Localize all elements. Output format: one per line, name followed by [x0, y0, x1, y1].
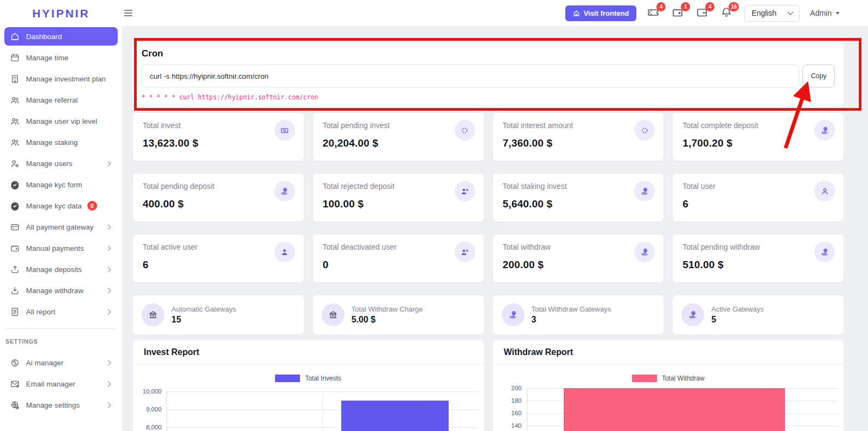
notification-bell-button[interactable]: 16 [720, 6, 734, 20]
stat-card-total-withdraw: Total withdraw200.00 $ [493, 234, 664, 282]
sidebar-item-manage-deposits[interactable]: Manage deposits [4, 260, 118, 278]
withdraw-wallet-icon-button[interactable]: 4 [695, 6, 710, 20]
stat-value: 6 [682, 198, 834, 210]
gateway-value: 15 [171, 315, 236, 325]
sidebar-item-all-payment-gateway[interactable]: All payment gateway [4, 218, 118, 236]
y-axis-tick-label: 160 [511, 410, 521, 416]
stat-value: 400.00 $ [143, 198, 294, 210]
stat-card-total-pending-withdraw: Total pending withdraw510.00 $ [673, 234, 844, 282]
language-select[interactable]: English [744, 5, 800, 22]
sidebar-item-label: All report [26, 308, 55, 316]
stat-value: 510.00 $ [682, 259, 834, 271]
total-invests-bar [341, 401, 449, 431]
chevron-right-icon [106, 309, 111, 314]
stat-label: Total active user [143, 243, 294, 251]
y-axis-tick-label: 180 [511, 397, 521, 404]
main-content: Cron Copy * * * * * curl https://hyipnir… [122, 26, 868, 431]
notification-badge: 16 [729, 2, 739, 11]
chevron-right-icon [106, 402, 111, 408]
y-axis-tick-label: 200 [511, 385, 521, 391]
stat-card-total-interest-amount: Total interest amount7,360.00 $ [493, 113, 664, 161]
hamburger-menu-icon[interactable] [124, 8, 132, 18]
stat-label: Total invest [143, 121, 294, 130]
withdraw-badge: 4 [705, 2, 714, 11]
y-axis-tick-label: 9,000 [146, 406, 162, 413]
gateway-card-active-gateways: Active Gateways5 [673, 295, 844, 334]
brand-logo[interactable]: HYIPNIR [4, 0, 118, 27]
brain-icon [10, 358, 20, 368]
gateway-label: Total Withdraw Gateways [532, 305, 611, 313]
y-axis-line [167, 391, 167, 431]
sidebar-item-manual-payments[interactable]: Manual payments [4, 239, 118, 257]
sidebar-menu: DashboardManage timeManage investment pl… [4, 27, 118, 321]
visit-frontend-label: Visit frontend [584, 9, 629, 17]
sidebar-item-manage-staking[interactable]: Manage staking [4, 133, 118, 151]
users-icon [10, 95, 20, 105]
users-icon [10, 137, 20, 148]
sidebar-item-manage-investment-plan[interactable]: Manage investment plan [4, 69, 118, 88]
sidebar-item-label: Manage withdraw [26, 287, 84, 295]
sidebar-item-dashboard[interactable]: Dashboard [4, 27, 118, 46]
chevron-right-icon [106, 161, 111, 166]
sidebar-item-manage-settings[interactable]: Manage settings [4, 396, 118, 414]
sidebar-item-label: All payment gateway [26, 223, 94, 231]
user-x-icon [455, 242, 475, 262]
withdraw-report-chart: Total Withdraw200180160140 [493, 365, 844, 431]
sidebar-item-all-report[interactable]: All report [4, 302, 118, 321]
stat-value: 0 [323, 259, 474, 271]
sidebar-item-label: Manage staking [26, 138, 78, 147]
credit-card-icon [10, 222, 20, 232]
sidebar-item-manage-withdraw[interactable]: Manage withdraw [4, 281, 118, 300]
building-icon [10, 74, 20, 84]
chart-plot-area: 10,0009,0008,0007,000 [167, 391, 478, 431]
admin-menu[interactable]: Admin [810, 9, 840, 17]
hand-dollar-icon [681, 303, 704, 326]
stat-value: 200.00 $ [503, 259, 654, 271]
count-badge: 0 [87, 201, 97, 211]
user-gear-icon [10, 159, 20, 169]
gateway-cards-row: Automatic Gateways15Total Withdraw Charg… [133, 295, 844, 334]
ticket-icon-button[interactable]: 4 [647, 6, 661, 20]
sidebar-item-manage-kyc-form[interactable]: Manage kyc form [4, 175, 118, 194]
sidebar-item-manage-users[interactable]: Manage users [4, 154, 118, 173]
cron-title: Cron [142, 48, 835, 59]
chart-plot-area: 200180160140 [527, 388, 839, 431]
spinner-icon [634, 120, 655, 141]
chart-legend: Total Withdraw [493, 375, 844, 382]
sidebar-item-manage-time[interactable]: Manage time [4, 48, 118, 67]
stat-label: Total user [682, 182, 834, 191]
visit-frontend-button[interactable]: Visit frontend [565, 5, 637, 21]
gateway-card-automatic-gateways: Automatic Gateways15 [133, 295, 304, 334]
sidebar-settings-menu: Ai managerEmail managerManage settings [4, 353, 118, 414]
copy-button[interactable]: Copy [802, 65, 835, 87]
legend-swatch [632, 375, 657, 382]
sidebar-item-label: Manage time [26, 54, 68, 62]
charts-row: Invest Report Total Invests10,0009,0008,… [133, 340, 844, 431]
gateway-value: 5.00 $ [352, 315, 423, 325]
hand-dollar-icon [634, 242, 655, 262]
sidebar-item-ai-manager[interactable]: Ai manager [4, 353, 118, 372]
invest-report-title: Invest Report [133, 340, 484, 365]
stat-label: Total pending invest [323, 121, 474, 130]
hand-dollar-icon [814, 242, 835, 262]
sidebar-item-manage-kyc-data[interactable]: Manage kyc data0 [4, 197, 118, 215]
deposit-icon [10, 264, 20, 275]
users-icon [10, 116, 20, 126]
wallet-icon [10, 243, 20, 253]
chevron-down-icon [788, 9, 794, 15]
stat-value: 7,360.00 $ [503, 137, 654, 149]
sidebar-item-manage-user-vip-level[interactable]: Manage user vip level [4, 112, 118, 130]
sidebar-item-label: Email manager [26, 380, 75, 388]
bank-icon [322, 303, 344, 326]
cron-command-input[interactable] [142, 65, 799, 87]
home-icon [573, 10, 580, 17]
stat-cards-row: Total active user6Total deactivated user… [133, 234, 844, 282]
sidebar-item-manage-referral[interactable]: Manage referral [4, 91, 118, 109]
cron-card: Cron Copy * * * * * curl https://hyipnir… [133, 41, 844, 106]
deposit-wallet-icon-button[interactable]: 1 [671, 6, 685, 20]
sidebar-item-label: Manage investment plan [26, 75, 106, 83]
legend-swatch [275, 375, 300, 382]
sidebar-item-email-manager[interactable]: Email manager [4, 375, 118, 393]
chevron-right-icon [106, 267, 111, 272]
ticket-badge: 4 [656, 2, 666, 11]
